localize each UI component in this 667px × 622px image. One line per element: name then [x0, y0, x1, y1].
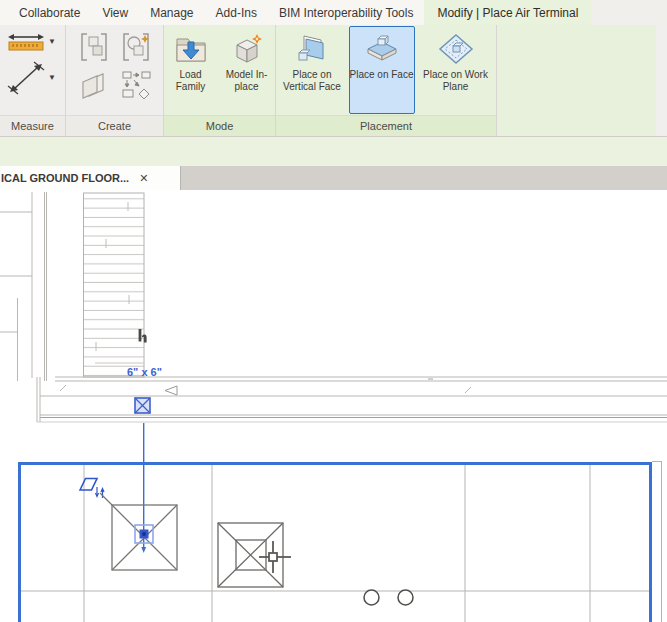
- drawing-area[interactable]: 6" x 6": [0, 190, 667, 622]
- tab-collaborate[interactable]: Collaborate: [8, 0, 91, 25]
- panel-label-mode[interactable]: Mode: [164, 115, 275, 136]
- measure-angular-button[interactable]: ▼: [6, 61, 63, 95]
- panel-label-create[interactable]: Create: [66, 115, 163, 136]
- create-parts-icon: [78, 69, 110, 101]
- view-tab-label: ICAL GROUND FLOOR...: [1, 172, 129, 184]
- tab-view[interactable]: View: [91, 0, 139, 25]
- wall-air-terminal-symbol[interactable]: [135, 398, 150, 413]
- view-tab-mechanical-ground-floor[interactable]: ICAL GROUND FLOOR... ✕: [0, 166, 181, 190]
- ceiling-outline-gray: [652, 462, 662, 622]
- dropdown-caret-icon[interactable]: ▼: [48, 38, 56, 46]
- panel-create: Create: [66, 25, 164, 136]
- create-similar-button[interactable]: [119, 30, 153, 64]
- create-assembly-icon: [120, 69, 152, 101]
- measure-linear-button[interactable]: ▼: [6, 31, 63, 53]
- panel-mode: Load Family Model In-place Mode: [164, 25, 276, 136]
- measure-diagonal-icon: [6, 61, 46, 95]
- ribbon-right-strip: [656, 25, 667, 136]
- place-on-vertical-face-label: Place on Vertical Face: [280, 69, 345, 92]
- panel-measure: ▼ ▼ Measure: [0, 25, 66, 136]
- load-family-button[interactable]: Load Family: [166, 26, 216, 114]
- place-on-face-icon: [362, 32, 402, 66]
- model-in-place-label: Model In-place: [221, 69, 273, 92]
- place-on-work-plane-label: Place on Work Plane: [419, 69, 493, 92]
- create-assembly-button[interactable]: [119, 68, 153, 102]
- place-on-vertical-face-button[interactable]: Place on Vertical Face: [279, 26, 346, 114]
- create-group-icon: [78, 31, 110, 63]
- options-bar: [0, 136, 667, 166]
- create-similar-icon: [120, 31, 152, 63]
- place-on-work-plane-button[interactable]: Place on Work Plane: [418, 26, 494, 114]
- ceiling-grid: [21, 465, 649, 622]
- diffuser-placing[interactable]: [100, 493, 177, 570]
- dimension-label: 6" x 6": [127, 366, 162, 378]
- load-family-icon: [174, 32, 208, 66]
- view-tab-strip: ICAL GROUND FLOOR... ✕: [0, 166, 667, 190]
- tab-manage[interactable]: Manage: [139, 0, 204, 25]
- create-group-button[interactable]: [77, 30, 111, 64]
- drawing-view: 6" x 6": [0, 190, 667, 622]
- place-on-work-plane-icon: [436, 32, 476, 66]
- tab-add-ins[interactable]: Add-Ins: [205, 0, 268, 25]
- measure-ruler-icon: [6, 31, 46, 53]
- panel-label-measure[interactable]: Measure: [0, 115, 65, 136]
- create-parts-button[interactable]: [77, 68, 111, 102]
- model-in-place-icon: [230, 32, 264, 66]
- place-on-face-button[interactable]: Place on Face: [349, 26, 415, 114]
- left-wall-lines: [0, 192, 47, 381]
- panel-label-placement[interactable]: Placement: [276, 115, 496, 136]
- dropdown-caret-icon[interactable]: ▼: [48, 74, 56, 82]
- ribbon-empty-area: [497, 25, 656, 136]
- panel-placement: Place on Vertical Face Place on Face: [276, 25, 497, 136]
- revit-window: Collaborate View Manage Add-Ins BIM Inte…: [0, 0, 667, 622]
- place-on-vertical-face-icon: [292, 32, 332, 66]
- fixture-circles[interactable]: [364, 590, 413, 605]
- ribbon-tab-bar: Collaborate View Manage Add-Ins BIM Inte…: [0, 0, 667, 25]
- plan-wall-band: [37, 377, 667, 422]
- close-icon[interactable]: ✕: [139, 172, 148, 185]
- ribbon: ▼ ▼ Measure: [0, 25, 667, 136]
- tab-bar-filler: [591, 0, 667, 25]
- load-family-label: Load Family: [167, 69, 215, 92]
- place-on-face-label: Place on Face: [350, 69, 414, 81]
- selection-boundary[interactable]: [20, 464, 651, 622]
- model-in-place-button[interactable]: Model In-place: [220, 26, 274, 114]
- tab-bim-interoperability-tools[interactable]: BIM Interoperability Tools: [268, 0, 425, 25]
- hatched-wall-column: [84, 193, 145, 377]
- tab-modify-place-air-terminal[interactable]: Modify | Place Air Terminal: [424, 0, 591, 25]
